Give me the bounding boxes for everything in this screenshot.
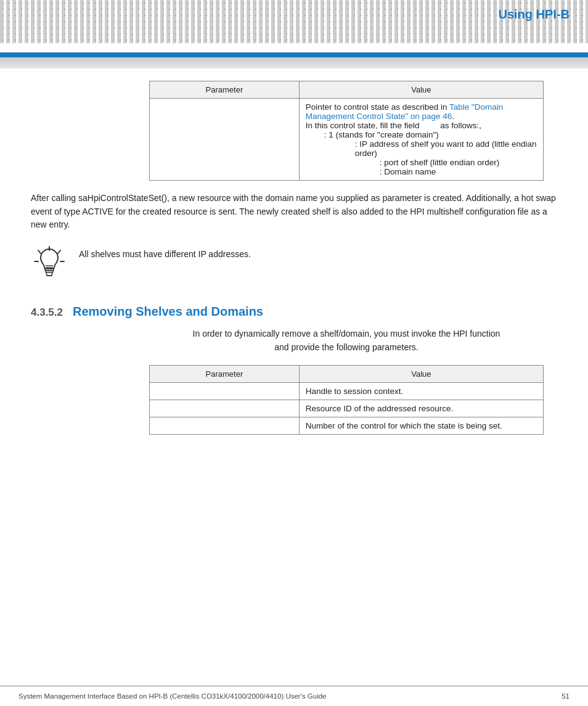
top-table-header-param: Parameter (150, 81, 300, 99)
value-item-3: : port of shelf (little endian order) (306, 158, 537, 167)
paragraph-2: In order to dynamically remove a shelf/d… (136, 327, 557, 354)
svg-line-2 (58, 250, 60, 253)
value-item-1: : 1 (stands for "create domain") (306, 130, 537, 139)
value-text-1b: . (452, 112, 454, 121)
table-row: Pointer to control state as described in… (150, 99, 544, 181)
table-row: Number of the control for which the stat… (150, 417, 544, 435)
svg-rect-8 (46, 271, 53, 273)
value-text-2: In this control state, fill the field as… (306, 121, 481, 130)
bottom-table-header-param: Parameter (150, 366, 300, 383)
section-number: 4.3.5.2 (31, 306, 63, 319)
paragraph-1: After calling saHpiControlStateSet(), a … (31, 192, 557, 232)
footer-left-text: System Management Interface Based on HPI… (18, 692, 327, 700)
top-table-header-value: Value (299, 81, 543, 99)
bottom-row1-param (150, 383, 300, 400)
header-title-bar: Using HPI-B (498, 0, 588, 27)
table-row: Handle to session context. (150, 383, 544, 400)
tip-icon-area (31, 243, 68, 286)
top-table-wrapper: Parameter Value Pointer to control state… (136, 81, 557, 181)
top-table: Parameter Value Pointer to control state… (149, 81, 544, 181)
bottom-table-wrapper: Parameter Value Handle to session contex… (136, 365, 557, 435)
tip-text: All shelves must have different IP addre… (79, 243, 251, 261)
section-heading: 4.3.5.2 Removing Shelves and Domains (31, 305, 557, 319)
value-text-1: Pointer to control state as described in (306, 102, 449, 112)
bottom-row3-value: Number of the control for which the stat… (299, 417, 543, 435)
bottom-table-header-value: Value (299, 366, 543, 383)
bottom-row2-param (150, 400, 300, 417)
page-title: Using HPI-B (498, 7, 570, 22)
footer: System Management Interface Based on HPI… (0, 686, 588, 706)
gray-bar (0, 57, 588, 68)
top-table-param-cell (150, 99, 300, 181)
top-table-value-cell: Pointer to control state as described in… (299, 99, 543, 181)
table-row: Resource ID of the addressed resource. (150, 400, 544, 417)
bottom-row3-param (150, 417, 300, 435)
bottom-row1-value: Handle to session context. (299, 383, 543, 400)
section-title: Removing Shelves and Domains (73, 305, 263, 319)
bottom-row2-value: Resource ID of the addressed resource. (299, 400, 543, 417)
tip-box: All shelves must have different IP addre… (31, 243, 557, 286)
main-content: Parameter Value Pointer to control state… (0, 68, 588, 472)
value-item-2: : IP address of shelf you want to add (l… (306, 139, 537, 158)
value-item-4: : Domain name (306, 167, 537, 176)
footer-page-number: 51 (561, 692, 570, 700)
svg-line-1 (38, 250, 41, 253)
para2-line2: and provide the following parameters. (274, 342, 418, 352)
bottom-table: Parameter Value Handle to session contex… (149, 365, 544, 435)
para2-line1: In order to dynamically remove a shelf/d… (193, 329, 500, 339)
lightbulb-icon (33, 245, 65, 284)
header-area: Using HPI-B (0, 0, 588, 52)
blue-bar (0, 52, 588, 57)
